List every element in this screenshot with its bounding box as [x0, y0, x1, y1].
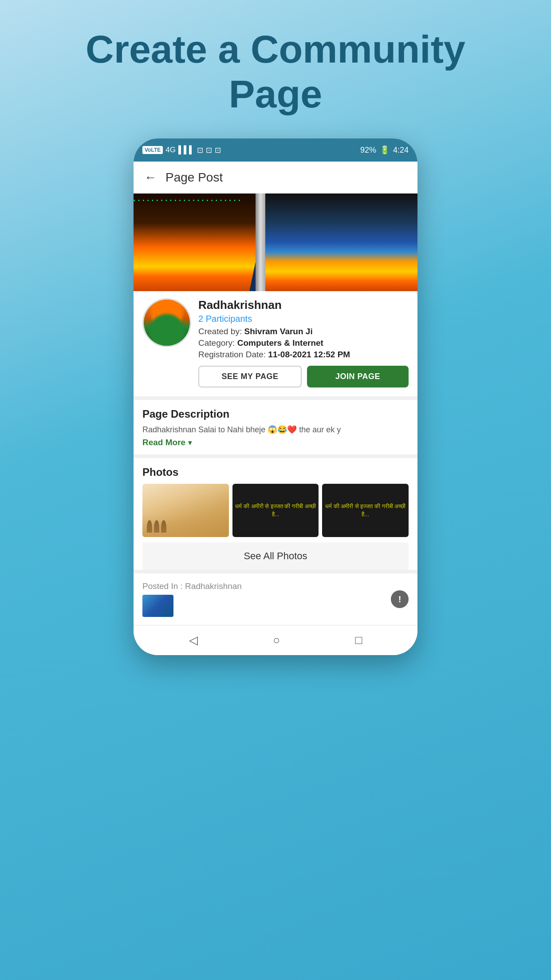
read-more-label: Read More	[142, 438, 185, 447]
avatar-image	[144, 300, 190, 346]
posted-info: Posted In : Radhakrishnan	[142, 581, 391, 617]
avatar-container	[142, 298, 191, 387]
time-display: 4:24	[393, 146, 409, 155]
created-by-label: Created by:	[198, 327, 242, 336]
see-all-photos-button[interactable]: See All Photos	[142, 542, 409, 570]
chevron-down-icon: ▾	[188, 439, 192, 447]
fairy-lights-decoration	[134, 196, 417, 201]
nav-back-icon[interactable]: ◁	[189, 633, 198, 647]
status-bar: VoLTE 4G ▌▌▌ ⊡ ⊡ ⊡ 92% 🔋 4:24	[134, 138, 417, 162]
tent-decoration-left	[134, 194, 270, 291]
sync-icon: ⊡	[215, 146, 221, 155]
description-title: Page Description	[142, 408, 409, 420]
created-by-value: Shivram Varun Ji	[244, 327, 313, 336]
battery-percent: 92%	[360, 146, 376, 155]
photo-3-text: धर्म की अमीरी से इज्जत की गरीबी अच्छी है…	[322, 500, 409, 521]
battery-icon: 🔋	[380, 145, 390, 155]
signal-indicator: 4G	[165, 146, 176, 154]
read-more-button[interactable]: Read More ▾	[142, 438, 409, 447]
reg-date-label: Registration Date:	[198, 350, 266, 359]
status-right: 92% 🔋 4:24	[360, 145, 409, 155]
participants-count[interactable]: 2 Participants	[198, 314, 409, 324]
photo-thumb-1[interactable]	[142, 484, 229, 537]
cover-image	[134, 194, 417, 291]
nav-recents-icon[interactable]: □	[355, 633, 362, 647]
report-button[interactable]: !	[391, 590, 409, 608]
photos-section: Photos धर्म की अमीरी से इज्जत की गरीबी अ…	[134, 454, 417, 570]
photo-3-hindi: धर्म की अमीरी से इज्जत की गरीबी अच्छी है…	[325, 503, 405, 518]
data-icon: ⊡	[206, 146, 212, 155]
post-thumbnail	[142, 595, 173, 617]
avatar	[142, 298, 191, 347]
pillar-decoration	[256, 194, 265, 291]
signal-bars-icon: ▌▌▌	[178, 146, 194, 154]
description-section: Page Description Radhakrishnan Salai to …	[134, 396, 417, 454]
category-label: Category:	[198, 338, 235, 348]
phone-frame: VoLTE 4G ▌▌▌ ⊡ ⊡ ⊡ 92% 🔋 4:24 ← Page Pos…	[134, 138, 417, 655]
category-row: Category: Computers & Internet	[198, 338, 409, 348]
posted-in-label: Posted In : Radhakrishnan	[142, 581, 391, 591]
community-name: Radhakrishnan	[198, 298, 409, 312]
status-left: VoLTE 4G ▌▌▌ ⊡ ⊡ ⊡	[142, 146, 221, 155]
reg-date-row: Registration Date: 11-08-2021 12:52 PM	[198, 350, 409, 360]
photo-2-hindi: धर्म की अमीरी से इज्जत की गरीबी अच्छी है…	[235, 503, 315, 518]
photo-people-decoration	[147, 520, 166, 533]
photos-title: Photos	[142, 466, 409, 478]
profile-section: Radhakrishnan 2 Participants Created by:…	[134, 291, 417, 396]
nav-home-icon[interactable]: ○	[273, 633, 280, 647]
photo-thumb-2[interactable]: धर्म की अमीरी से इज्जत की गरीबी अच्छी है…	[232, 484, 319, 537]
photos-grid: धर्म की अमीरी से इज्जत की गरीबी अच्छी है…	[142, 484, 409, 537]
photo-2-text: धर्म की अमीरी से इज्जत की गरीबी अच्छी है…	[232, 500, 319, 521]
nav-bar: ◁ ○ □	[134, 625, 417, 655]
category-value: Computers & Internet	[237, 338, 323, 348]
join-page-button[interactable]: JOIN PAGE	[307, 366, 409, 387]
tent-decoration-right	[261, 194, 417, 291]
profile-info: Radhakrishnan 2 Participants Created by:…	[198, 298, 409, 387]
person-1	[147, 520, 152, 533]
person-2	[154, 520, 159, 533]
created-by-row: Created by: Shivram Varun Ji	[198, 327, 409, 336]
see-my-page-button[interactable]: SEE MY PAGE	[198, 366, 302, 387]
back-button[interactable]: ←	[144, 170, 157, 185]
app-header: ← Page Post	[134, 162, 417, 194]
description-text: Radhakrishnan Salai to Nahi bheje 😱😂❤️ t…	[142, 424, 409, 436]
wifi-icon: ⊡	[197, 146, 203, 155]
person-3	[161, 520, 166, 533]
reg-date-value: 11-08-2021 12:52 PM	[268, 350, 350, 359]
photo-thumb-3[interactable]: धर्म की अमीरी से इज्जत की गरीबी अच्छी है…	[322, 484, 409, 537]
page-title: Create a Community Page	[0, 0, 551, 134]
volte-indicator: VoLTE	[142, 146, 163, 154]
posted-section: Posted In : Radhakrishnan !	[134, 570, 417, 625]
header-title: Page Post	[165, 170, 223, 185]
action-buttons: SEE MY PAGE JOIN PAGE	[198, 366, 409, 387]
